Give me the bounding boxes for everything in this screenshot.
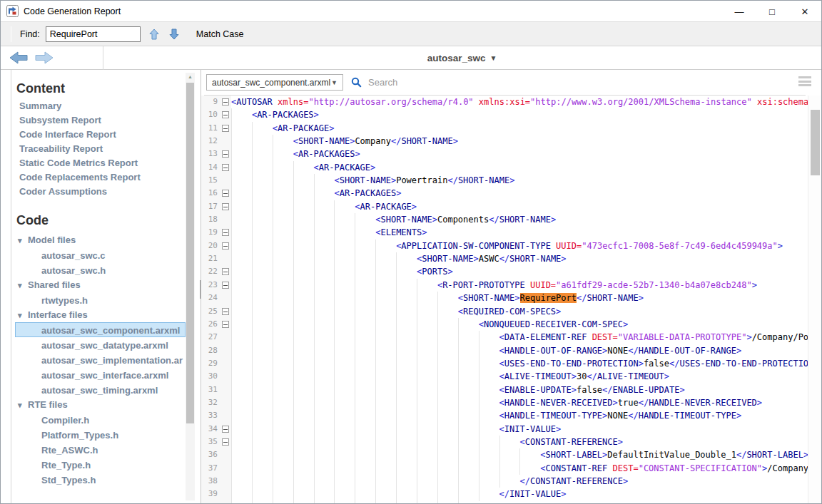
indent-guide [396, 501, 417, 503]
model-dropdown[interactable]: autosar_swc ▼ [103, 46, 821, 70]
indent-guide [355, 396, 375, 409]
indent-guide [375, 344, 396, 357]
tree-file[interactable]: Rte_ASWC.h [15, 442, 186, 457]
code-scrollbar-thumb[interactable] [811, 110, 820, 175]
indent-guide [231, 475, 252, 488]
code-line: 26<NONQUEUED-RECEIVER-COM-SPEC> [201, 318, 808, 331]
indent-guide [252, 279, 273, 292]
fold-collapse-icon[interactable] [220, 436, 231, 448]
line-number: 20 [201, 240, 220, 252]
forward-button[interactable] [32, 49, 55, 67]
tree-group-label: Interface files [28, 309, 88, 320]
code-text: <SHORT-NAME>Powertrain</SHORT-NAME> [231, 174, 808, 187]
fold-collapse-icon[interactable] [220, 265, 231, 278]
fold-spacer [220, 501, 231, 503]
code-scrollbar[interactable] [808, 96, 821, 503]
tree-file[interactable]: autosar_swc_timing.arxml [15, 382, 186, 397]
fold-collapse-icon[interactable] [220, 148, 231, 160]
indent-guide [252, 292, 273, 304]
content-link[interactable]: Code Replacements Report [19, 170, 201, 185]
indent-guide [375, 265, 396, 278]
collapse-triangle-icon[interactable]: ▾ [18, 308, 28, 323]
tree-file[interactable]: autosar_swc.h [15, 262, 186, 277]
fold-spacer [220, 409, 231, 422]
tree-group-rte-files[interactable]: ▾RTE files [15, 397, 186, 412]
indent-guide [273, 488, 293, 500]
fold-collapse-icon[interactable] [220, 108, 231, 121]
close-button[interactable]: ✕ [788, 1, 821, 22]
tree-file[interactable]: autosar_swc_datatype.arxml [15, 337, 186, 352]
code-generation-report-window: Code Generation Report — □ ✕ Find: Match… [0, 0, 822, 504]
indent-guide [355, 344, 375, 357]
content-link[interactable]: Traceability Report [19, 142, 201, 156]
find-input[interactable] [46, 26, 141, 42]
indent-guide [252, 475, 273, 488]
find-next-button[interactable] [168, 27, 181, 41]
fold-collapse-icon[interactable] [220, 200, 231, 213]
fold-collapse-icon[interactable] [220, 226, 231, 239]
fold-collapse-icon[interactable] [220, 240, 231, 252]
indent-guide [314, 213, 335, 226]
content-link[interactable]: Code Interface Report [19, 128, 201, 142]
indent-guide [231, 488, 252, 500]
tree-file[interactable]: autosar_swc.c [15, 247, 186, 262]
tree-file[interactable]: autosar_swc_component.arxml [15, 322, 186, 337]
collapse-triangle-icon[interactable]: ▾ [18, 398, 28, 413]
content-link[interactable]: Subsystem Report [19, 113, 201, 128]
fold-collapse-icon[interactable] [220, 318, 231, 331]
collapse-triangle-icon[interactable]: ▾ [18, 233, 28, 248]
search-input[interactable] [367, 76, 793, 88]
indent-guide [231, 240, 252, 252]
tree-group-shared-files[interactable]: ▾Shared files [15, 277, 186, 292]
indent-guide [231, 292, 252, 304]
maximize-button[interactable]: □ [756, 1, 788, 22]
fold-collapse-icon[interactable] [220, 161, 231, 174]
tree-group-interface-files[interactable]: ▾Interface files [15, 307, 186, 322]
fold-collapse-icon[interactable] [220, 423, 231, 436]
tree-file[interactable]: autosar_swc_implementation.ar [15, 352, 186, 367]
content-link[interactable]: Coder Assumptions [19, 185, 201, 199]
tree-file[interactable]: Platform_Types.h [15, 427, 186, 442]
indent-guide [334, 226, 355, 239]
indent-guide [273, 448, 293, 461]
indent-guide [231, 448, 252, 461]
fold-collapse-icon[interactable] [220, 96, 231, 108]
sidebar: Content SummarySubsystem ReportCode Inte… [1, 70, 201, 503]
find-previous-button[interactable] [148, 27, 161, 41]
content-link[interactable]: Static Code Metrics Report [19, 156, 201, 170]
code-text: <AR-PACKAGE> [231, 122, 808, 135]
code-text: <PORTS> [231, 265, 808, 278]
tree-group-model-files[interactable]: ▾Model files [15, 232, 186, 247]
fold-spacer [220, 357, 231, 370]
indent-guide [293, 187, 314, 200]
indent-guide [293, 423, 314, 436]
match-case-toggle[interactable]: Match Case [196, 29, 244, 39]
scroll-up-icon[interactable]: ▲ [186, 74, 195, 79]
indent-guide [314, 226, 335, 239]
indent-guide [293, 213, 314, 226]
indent-guide [396, 292, 417, 304]
minimize-button[interactable]: — [723, 1, 756, 22]
indent-guide [314, 344, 335, 357]
indent-guide [375, 357, 396, 370]
hamburger-menu-icon[interactable] [798, 76, 811, 86]
tree-file[interactable]: Std_Types.h [15, 472, 186, 487]
indent-guide [231, 213, 252, 226]
sidebar-scrollbar-thumb[interactable] [186, 83, 194, 423]
fold-collapse-icon[interactable] [220, 187, 231, 200]
tree-file[interactable]: rtwtypes.h [15, 292, 186, 307]
back-button[interactable] [8, 49, 31, 67]
indent-guide [231, 344, 252, 357]
content-link[interactable]: Summary [19, 99, 201, 113]
tree-file[interactable]: Rte_Type.h [15, 457, 186, 472]
indent-guide [355, 213, 375, 226]
file-select-dropdown[interactable]: autosar_swc_component.arxml ▼ [206, 74, 343, 91]
indent-guide [375, 370, 396, 383]
fold-collapse-icon[interactable] [220, 279, 231, 292]
tree-file[interactable]: autosar_swc_interface.arxml [15, 367, 186, 382]
sidebar-scrollbar[interactable]: ▲ [186, 73, 195, 500]
fold-collapse-icon[interactable] [220, 122, 231, 135]
fold-collapse-icon[interactable] [220, 305, 231, 318]
tree-file[interactable]: Compiler.h [15, 412, 186, 427]
collapse-triangle-icon[interactable]: ▾ [18, 278, 28, 293]
